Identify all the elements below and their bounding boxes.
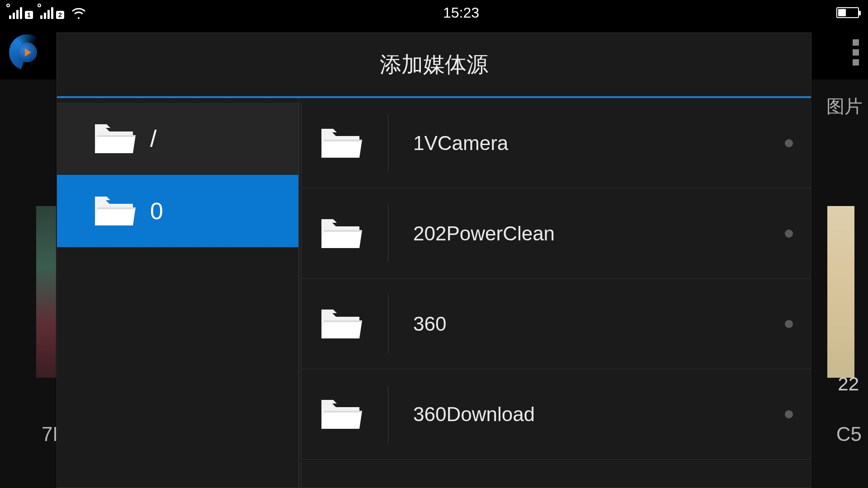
status-bar: 1 2 15:23 <box>0 0 868 25</box>
folder-name: 1VCamera <box>413 132 771 155</box>
folder-name: 360Download <box>413 403 771 426</box>
folder-row[interactable]: 1VCamera <box>302 98 811 188</box>
sim2-badge: 2 <box>56 11 64 19</box>
path-item-label: / <box>150 125 156 152</box>
path-panel: / 0 <box>57 98 299 488</box>
signal-sim1-icon: 1 <box>9 6 33 19</box>
folder-row[interactable]: 360Download <box>302 369 811 460</box>
background-thumbnail-right <box>827 206 854 378</box>
battery-icon <box>836 7 859 18</box>
app-logo-icon <box>9 34 45 70</box>
row-divider <box>388 114 388 173</box>
dialog-title: 添加媒体源 <box>57 33 811 96</box>
select-radio[interactable] <box>785 230 793 238</box>
row-divider <box>388 295 388 353</box>
overflow-menu-icon[interactable] <box>853 39 859 66</box>
folder-icon <box>320 397 363 432</box>
folder-name: 360 <box>413 313 771 335</box>
row-divider <box>388 204 388 263</box>
status-clock: 15:23 <box>443 5 479 21</box>
folder-row[interactable]: 202PowerClean <box>302 188 811 279</box>
background-caption-right: C5 <box>836 423 862 446</box>
folder-list[interactable]: 1VCamera 202PowerClean 360 360Download <box>302 98 811 488</box>
select-radio[interactable] <box>785 410 793 418</box>
folder-icon <box>93 194 137 228</box>
folder-icon <box>320 307 363 341</box>
folder-icon <box>320 126 363 160</box>
wifi-icon <box>71 7 86 18</box>
panel-divider <box>299 98 302 488</box>
tab-images[interactable]: 图片 <box>826 94 863 119</box>
add-media-source-dialog: 添加媒体源 / 0 1VCamera <box>57 33 811 488</box>
row-divider <box>388 385 388 444</box>
folder-icon <box>93 122 137 156</box>
path-item-current[interactable]: 0 <box>57 175 298 247</box>
folder-name: 202PowerClean <box>413 222 771 245</box>
folder-icon <box>320 216 363 251</box>
path-item-label: 0 <box>150 197 163 225</box>
signal-sim2-icon: 2 <box>40 6 64 19</box>
folder-row[interactable]: 360 <box>302 279 811 369</box>
select-radio[interactable] <box>785 320 793 328</box>
sim1-badge: 1 <box>25 11 33 19</box>
background-thumbnail-right-timestamp: 22 <box>838 373 859 395</box>
select-radio[interactable] <box>785 139 793 147</box>
path-item-root[interactable]: / <box>57 103 298 175</box>
